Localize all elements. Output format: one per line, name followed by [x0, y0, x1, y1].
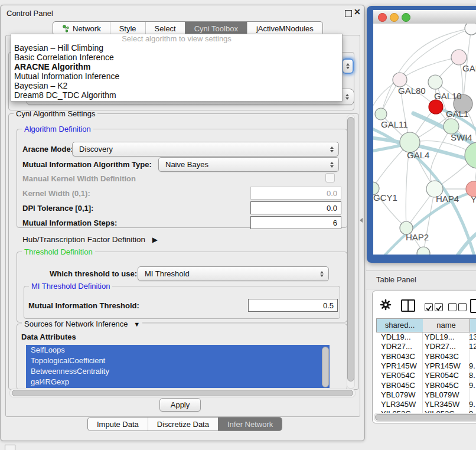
tab-discretize-data[interactable]: Discretize Data [148, 418, 218, 431]
aracne-mode-combo[interactable]: Discovery [72, 142, 339, 156]
kernel-width-field[interactable]: 0.0 [250, 187, 341, 200]
apply-button[interactable]: Apply [159, 398, 201, 412]
node-selected-red[interactable] [429, 100, 443, 114]
node-gal11[interactable] [375, 108, 387, 120]
node-label: Y [471, 194, 476, 204]
combo-arrows-icon [345, 94, 349, 100]
mi-threshold-title: MI Threshold Definition [29, 282, 112, 291]
deselect-all-checks-icon[interactable] [448, 303, 467, 311]
column-header-partial[interactable] [470, 318, 476, 332]
column-split-icon[interactable] [401, 299, 415, 312]
tab-cyni-toolbox[interactable]: Cyni Toolbox [185, 22, 247, 35]
bottom-tabbar: Impute Data Discretize Data Infer Networ… [87, 417, 282, 431]
tab-infer-network[interactable]: Infer Network [218, 418, 282, 431]
threshold-definition-title: Threshold Definition [22, 247, 95, 256]
table-row[interactable]: YDR27... YDR27... 12 [376, 342, 476, 351]
dropdown-placeholder: Select algorithm to view settings [11, 34, 342, 43]
splitter-arrow-icon[interactable] [360, 218, 363, 223]
hub-definition-expander[interactable]: Hub/Transcription Factor Definition ▶ [22, 235, 158, 244]
node-label: GAL10 [434, 91, 462, 101]
combo-arrows-icon [320, 271, 324, 277]
dropdown-item[interactable]: Mutual Information Inference [11, 71, 342, 81]
algorithm-combo-arrow-button[interactable] [342, 58, 354, 74]
column-header-shared[interactable]: shared... [376, 318, 423, 332]
tab-style[interactable]: Style [110, 22, 145, 35]
settings-hscrollbar-thumb[interactable] [12, 390, 353, 396]
close-traffic-light[interactable] [378, 13, 387, 22]
dpi-tolerance-label: DPI Tolerance [0,1]: [22, 204, 93, 213]
dropdown-item[interactable]: Bayesian – K2 [11, 81, 342, 90]
which-threshold-combo[interactable]: MI Threshold [138, 266, 329, 281]
node-label: GAL [462, 63, 476, 73]
algorithm-definition-title: Algorithm Definition [22, 125, 93, 133]
minimize-traffic-light[interactable] [390, 13, 399, 22]
table-row[interactable]: YDL19... YDL19... 13 [376, 332, 476, 342]
settings-vscrollbar-thumb[interactable] [347, 117, 354, 381]
data-attributes-label: Data Attributes [21, 332, 76, 341]
node[interactable] [465, 24, 476, 35]
table-row[interactable]: YPR145W YPR145W 9. [376, 361, 476, 371]
network-icon [62, 25, 70, 32]
close-icon[interactable]: ✕ [354, 7, 361, 17]
mi-threshold-field[interactable]: 0.5 [248, 299, 338, 312]
table-row[interactable]: YBL079W YBL079W [376, 390, 476, 400]
float-window-icon[interactable] [345, 10, 352, 17]
new-table-icon[interactable] [470, 299, 476, 313]
select-all-checks-icon[interactable] [425, 303, 443, 311]
manual-kernel-checkbox[interactable] [325, 173, 335, 182]
list-item[interactable]: BetweennessCentrality [26, 366, 330, 377]
list-item[interactable]: gal4RGexp [26, 377, 330, 387]
mi-steps-label: Mutual Information Steps: [22, 219, 117, 227]
screen: Control Panel ✕ Network Style Select Cyn… [0, 0, 476, 450]
network-window-titlebar[interactable] [373, 10, 476, 24]
dropdown-item[interactable]: Dream8 DC_TDC Algorithm [11, 90, 342, 100]
tab-impute-data[interactable]: Impute Data [88, 418, 148, 431]
node-label: GCY1 [373, 193, 397, 203]
network-canvas[interactable]: GAL GAL80 GAL10 GAL1 GAL11 SWI4 GAL4 GCY… [373, 24, 476, 255]
cyni-settings-title: Cyni Algorithm Settings [14, 109, 97, 118]
node-gal80[interactable] [393, 73, 407, 87]
node-label: HAP4 [436, 194, 459, 204]
list-item[interactable]: TopologicalCoefficient [26, 356, 330, 366]
tab-network-label: Network [73, 24, 101, 33]
which-threshold-label: Which threshold to use: [50, 269, 137, 278]
combo-up-arrow-icon [346, 63, 350, 66]
node-label: HAP2 [406, 232, 429, 242]
mi-steps-field[interactable]: 6 [250, 216, 341, 229]
node-gal10[interactable] [428, 75, 442, 89]
dropdown-item-aracne[interactable]: ARACNE Algorithm [11, 62, 342, 71]
node-label: GAL1 [446, 109, 468, 119]
data-attributes-list[interactable]: SelfLoops TopologicalCoefficient Between… [26, 345, 330, 388]
table-panel-window: shared... name #tbl-win .hcell{top:46px;… [372, 291, 476, 423]
table-row[interactable]: YLR345W YLR345W 9. [376, 400, 476, 409]
tab-network[interactable]: Network [53, 22, 110, 35]
list-scrollbar[interactable] [322, 347, 329, 387]
dpi-tolerance-field[interactable]: 0.0 [250, 201, 341, 214]
zoom-traffic-light[interactable] [402, 13, 410, 22]
table-row[interactable]: YBR045C YBR045C 9. [376, 381, 476, 390]
dropdown-item[interactable]: Bayesian – Hill Climbing [11, 43, 342, 53]
dropdown-item[interactable]: Basic Correlation Inference [11, 53, 342, 62]
sources-title[interactable]: Sources for Network Inference ▼ [22, 319, 142, 328]
manual-kernel-label: Manual Kernel Width Definition [22, 174, 136, 183]
mi-type-combo[interactable]: Naive Bayes [158, 157, 339, 172]
node-gal4[interactable] [400, 132, 420, 152]
table-row[interactable]: YER054C YER054C 8. [376, 371, 476, 380]
node-label: GAL80 [398, 86, 426, 96]
aracne-mode-label: Aracne Mode: [22, 145, 73, 154]
algorithm-dropdown-list: Select algorithm to view settings Bayesi… [11, 34, 343, 102]
tab-jactivemnodules[interactable]: jActiveMNodules [247, 22, 322, 35]
table-hscrollbar-thumb[interactable] [375, 414, 476, 420]
gear-icon[interactable] [380, 299, 392, 311]
kernel-width-label: Kernel Width (0,1): [22, 189, 90, 198]
table-panel-title: Table Panel [376, 271, 416, 289]
collapse-arrow-icon: ▼ [133, 321, 140, 328]
node[interactable] [417, 247, 430, 255]
expand-arrow-icon: ▶ [152, 236, 158, 244]
window-title: Control Panel [6, 9, 53, 18]
column-header-name[interactable]: name [423, 318, 470, 332]
list-item[interactable]: SelfLoops [26, 345, 330, 356]
node-label: SWI4 [451, 132, 472, 142]
table-row[interactable]: YBR043C YBR043C [376, 352, 476, 361]
tab-select[interactable]: Select [145, 22, 185, 35]
